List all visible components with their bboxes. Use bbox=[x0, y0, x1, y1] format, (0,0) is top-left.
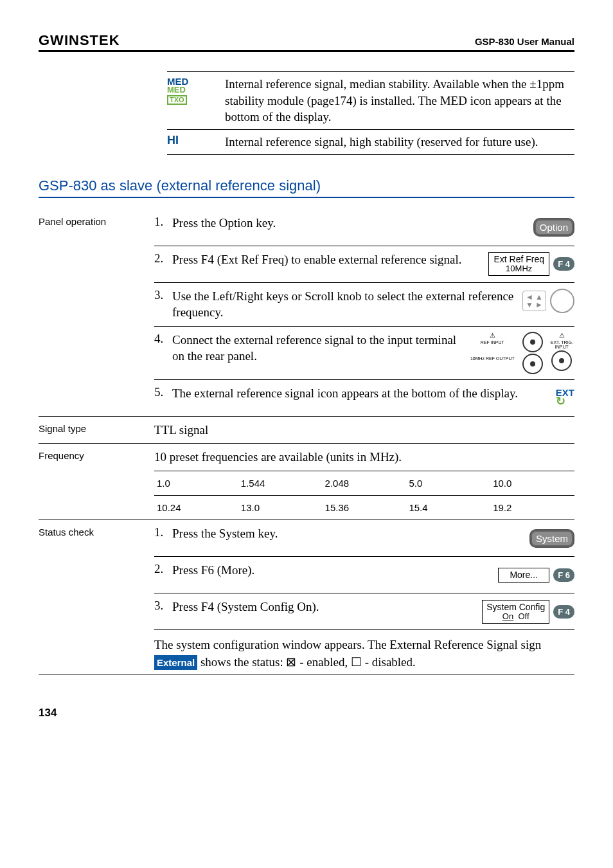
hi-description: Internal reference signal, high stabilit… bbox=[225, 134, 574, 150]
stability-table: MED MED TXO Internal reference signal, m… bbox=[167, 71, 574, 155]
f4-key-status[interactable]: F 4 bbox=[553, 605, 574, 619]
signal-type-label: Signal type bbox=[39, 417, 154, 444]
stability-row-hi: HI Internal reference signal, high stabi… bbox=[167, 129, 574, 154]
frequency-section: Frequency 10 preset frequencies are avai… bbox=[39, 444, 574, 520]
panel-step-5: 5. The external reference signal icon ap… bbox=[154, 380, 574, 416]
signal-type-section: Signal type TTL signal bbox=[39, 417, 574, 444]
frequency-label: Frequency bbox=[39, 444, 154, 520]
med-description: Internal reference signal, median stabil… bbox=[225, 76, 574, 125]
status-step-3: 3. Press F4 (System Config On). System C… bbox=[154, 593, 574, 630]
status-check-label: Status check bbox=[39, 520, 154, 673]
panel-step-4: 4. Connect the external reference signal… bbox=[154, 327, 574, 380]
ext-ref-freq-softkey[interactable]: Ext Ref Freq 10MHz bbox=[488, 252, 549, 276]
ext-ref-icon: EXT↻ bbox=[556, 388, 574, 408]
page-header: GWINSTEK GSP-830 User Manual bbox=[39, 32, 574, 52]
system-key-button[interactable]: System bbox=[529, 529, 574, 548]
frequency-intro: 10 preset frequencies are available (uni… bbox=[154, 444, 574, 471]
frequency-row-2: 10.24 13.0 15.36 15.4 19.2 bbox=[154, 496, 574, 520]
rear-panel-connectors: ⚠ REF INPUT 10MHz REF OUTPUT ⚠ bbox=[469, 332, 574, 374]
more-softkey[interactable]: More... bbox=[498, 568, 549, 583]
status-step-2: 2. Press F6 (More). More... F 6 bbox=[154, 557, 574, 593]
ext-trig-bnc[interactable] bbox=[551, 350, 572, 371]
scroll-knob-icon[interactable] bbox=[550, 289, 574, 313]
option-key-button[interactable]: Option bbox=[533, 218, 574, 237]
status-check-paragraph: The system configuration window appears.… bbox=[154, 630, 574, 673]
ref-output-bnc[interactable] bbox=[522, 354, 543, 374]
external-badge: External bbox=[154, 655, 197, 670]
disabled-checkbox-icon: ☐ bbox=[351, 655, 362, 669]
hi-icon: HI bbox=[167, 134, 179, 147]
manual-title: GSP-830 User Manual bbox=[475, 36, 574, 47]
panel-step-1: 1. Press the Option key. Option bbox=[154, 210, 574, 246]
panel-operation-label: Panel operation bbox=[39, 210, 154, 416]
stability-row-med: MED MED TXO Internal reference signal, m… bbox=[167, 72, 574, 129]
status-step-1: 1. Press the System key. System bbox=[154, 520, 574, 557]
panel-operation-section: Panel operation 1. Press the Option key.… bbox=[39, 210, 574, 417]
ref-input-bnc[interactable] bbox=[522, 332, 543, 352]
panel-step-2: 2. Press F4 (Ext Ref Freq) to enable ext… bbox=[154, 246, 574, 283]
enabled-checkbox-icon: ⊠ bbox=[286, 655, 296, 669]
med-icon: MED MED TXO bbox=[167, 76, 225, 105]
brand-logo: GWINSTEK bbox=[39, 32, 120, 49]
arrow-keys-icon[interactable]: ◄ ▲▼ ► bbox=[522, 291, 546, 311]
panel-step-3: 3. Use the Left/Right keys or Scroll kno… bbox=[154, 283, 574, 327]
signal-type-value: TTL signal bbox=[154, 422, 574, 439]
system-config-softkey[interactable]: System Config On Off bbox=[482, 600, 549, 624]
section-rule bbox=[39, 197, 574, 198]
f6-key[interactable]: F 6 bbox=[553, 568, 574, 582]
status-check-section: Status check 1. Press the System key. Sy… bbox=[39, 520, 574, 674]
frequency-row-1: 1.0 1.544 2.048 5.0 10.0 bbox=[154, 471, 574, 496]
section-heading: GSP-830 as slave (external reference sig… bbox=[39, 177, 574, 194]
page-number: 134 bbox=[39, 707, 574, 719]
f4-key[interactable]: F 4 bbox=[553, 257, 574, 271]
